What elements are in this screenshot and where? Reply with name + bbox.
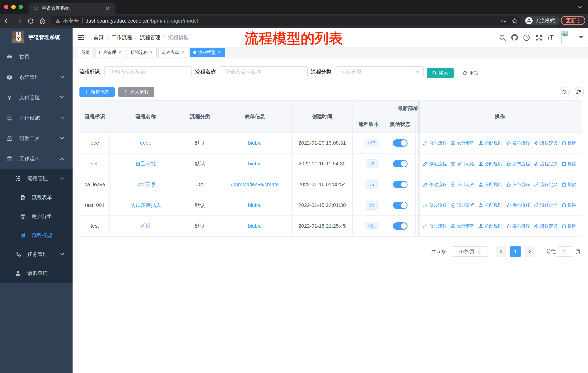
svg-text:?: ? (525, 36, 528, 40)
